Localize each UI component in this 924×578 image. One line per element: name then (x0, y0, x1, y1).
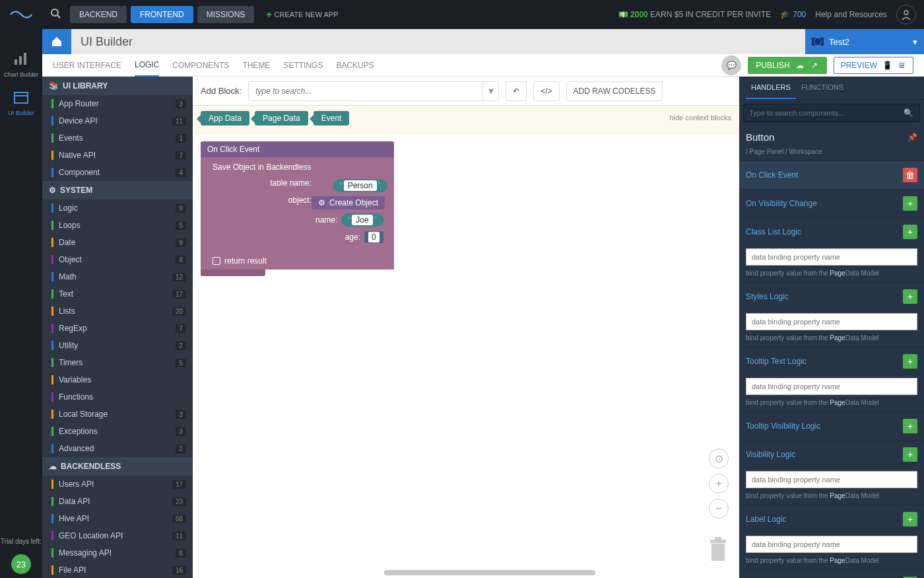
binding-input[interactable] (746, 248, 917, 266)
plus-icon[interactable]: + (903, 196, 917, 211)
lib-item[interactable]: Local Storage3 (42, 406, 193, 423)
lib-item[interactable]: Events1 (42, 129, 193, 147)
horizontal-scrollbar[interactable] (384, 570, 595, 575)
lib-item[interactable]: RegExp7 (42, 320, 193, 337)
block-header[interactable]: On Click Event (201, 141, 394, 157)
delete-icon[interactable]: 🗑 (903, 168, 917, 182)
inspector-search-input[interactable] (743, 104, 920, 122)
publish-button[interactable]: PUBLISH ☁ ↗ (748, 57, 826, 74)
lib-section[interactable]: ⚙ SYSTEM (42, 181, 193, 199)
inspector-row[interactable]: Tooltip Visibility Logic+ (739, 412, 924, 440)
lib-item[interactable]: Device API11 (42, 112, 193, 129)
lib-item[interactable]: Users API17 (42, 476, 193, 493)
nav-missions[interactable]: MISSIONS (197, 6, 255, 23)
canvas-stage[interactable]: App Data Page Data Event hide context bl… (193, 106, 739, 578)
event-block[interactable]: On Click Event Save Object in Backendles… (201, 141, 394, 276)
lib-item[interactable]: Utility2 (42, 337, 193, 354)
home-button[interactable] (42, 29, 71, 54)
tab-user-interface[interactable]: USER INTERFACE (53, 55, 121, 76)
binding-input[interactable] (746, 378, 917, 395)
app-selector[interactable]: Test2 ▾ (805, 29, 924, 54)
zoom-in-button[interactable]: + (709, 474, 729, 493)
insp-tab-handlers[interactable]: HANDLERS (746, 77, 796, 99)
tab-logic[interactable]: LOGIC (135, 54, 159, 77)
chevron-down-icon[interactable]: ▾ (482, 82, 498, 100)
tab-components[interactable]: COMPONENTS (172, 55, 229, 76)
lib-item[interactable]: Loops5 (42, 217, 193, 234)
lib-item[interactable]: Variables (42, 371, 193, 388)
lib-item[interactable]: Exceptions3 (42, 423, 193, 440)
name-value[interactable]: “Joe” (341, 213, 383, 227)
lib-item[interactable]: Logic9 (42, 199, 193, 217)
undo-button[interactable]: ↶ (506, 81, 527, 101)
plus-icon[interactable]: + (903, 225, 917, 239)
lib-section[interactable]: 📚 UI LIBRARY (42, 77, 193, 95)
lib-item[interactable]: Advanced2 (42, 440, 193, 457)
credit-info[interactable]: 💵 2000 EARN $5 IN CREDIT PER INVITE (618, 10, 772, 19)
inspector-row[interactable]: On Visibility Change+ (739, 189, 924, 217)
block-search[interactable]: ▾ (248, 81, 499, 101)
plus-icon[interactable]: + (903, 419, 917, 433)
preview-button[interactable]: PREVIEW 📱 🖥 (834, 57, 913, 74)
lib-item[interactable]: Math12 (42, 268, 193, 285)
avatar-icon[interactable] (896, 5, 916, 24)
lib-item[interactable]: Object8 (42, 251, 193, 268)
nav-backend[interactable]: BACKEND (70, 6, 127, 23)
lib-item[interactable]: Component4 (42, 164, 193, 181)
age-value[interactable]: 0 (364, 231, 383, 243)
search-icon[interactable] (50, 8, 61, 21)
plus-icon[interactable]: + (903, 512, 917, 526)
create-app-button[interactable]: +CREATE NEW APP (266, 9, 338, 20)
points[interactable]: 🎓 700 (780, 10, 806, 19)
ctx-page-data[interactable]: Page Data (255, 111, 308, 126)
inspector-row[interactable]: Visibility Logic+ (739, 440, 924, 468)
return-result-row[interactable]: return result (201, 252, 394, 270)
inspector-row[interactable]: Label Logic+ (739, 505, 924, 533)
hide-context-link[interactable]: hide context blocks (669, 114, 731, 122)
lib-item[interactable]: Hive API68 (42, 510, 193, 527)
add-raw-codeless-button[interactable]: ADD RAW CODELESS (566, 81, 663, 101)
lib-item[interactable]: Lists20 (42, 303, 193, 320)
code-button[interactable]: </> (533, 81, 559, 101)
plus-icon[interactable]: + (903, 289, 917, 304)
create-object-block[interactable]: ⚙ Create Object (312, 196, 385, 209)
pin-icon[interactable]: 📌 (908, 133, 917, 142)
trash-icon[interactable] (708, 537, 729, 566)
zoom-center-button[interactable]: ⊙ (709, 449, 729, 468)
inspector-row[interactable]: Class List Logic+ (739, 217, 924, 246)
tab-theme[interactable]: THEME (242, 55, 270, 76)
chat-icon[interactable]: 💬 (721, 55, 741, 75)
lib-item[interactable]: Date9 (42, 234, 193, 251)
rail-ui-builder[interactable]: UI Builder (1, 83, 41, 122)
lib-item[interactable]: Timers5 (42, 354, 193, 371)
lib-item[interactable]: GEO Location API11 (42, 527, 193, 544)
inspector-row[interactable]: Styles Logic+ (739, 282, 924, 310)
binding-input[interactable] (746, 471, 917, 488)
search-icon[interactable]: 🔍 (904, 108, 913, 118)
help-link[interactable]: Help and Resources (815, 10, 887, 19)
lib-item[interactable]: Native API7 (42, 147, 193, 164)
ctx-event[interactable]: Event (314, 111, 350, 126)
tab-settings[interactable]: SETTINGS (283, 55, 323, 76)
checkbox-icon[interactable] (213, 257, 220, 265)
insp-tab-functions[interactable]: FUNCTIONS (796, 77, 849, 99)
binding-input[interactable] (746, 313, 917, 330)
tab-backups[interactable]: BACKUPS (336, 55, 374, 76)
table-name-value[interactable]: “Person” (333, 179, 387, 192)
ctx-app-data[interactable]: App Data (201, 111, 249, 126)
lib-item[interactable]: Messaging API6 (42, 544, 193, 561)
plus-icon[interactable]: + (903, 447, 917, 462)
binding-input[interactable] (746, 536, 917, 553)
lib-item[interactable]: Text17 (42, 285, 193, 303)
rail-chart-builder[interactable]: Chart Builder (1, 45, 41, 83)
lib-section[interactable]: ☁ BACKENDLESS (42, 457, 193, 476)
plus-icon[interactable]: + (903, 354, 917, 369)
block-search-input[interactable] (249, 82, 482, 100)
lib-item[interactable]: Data API23 (42, 493, 193, 510)
nav-frontend[interactable]: FRONTEND (131, 6, 193, 23)
lib-item[interactable]: App Router3 (42, 95, 193, 112)
zoom-out-button[interactable]: − (709, 499, 729, 519)
lib-item[interactable]: Functions (42, 388, 193, 406)
lib-item[interactable]: File API16 (42, 561, 193, 578)
inspector-row[interactable]: Disabled State Logic+ (739, 569, 924, 578)
